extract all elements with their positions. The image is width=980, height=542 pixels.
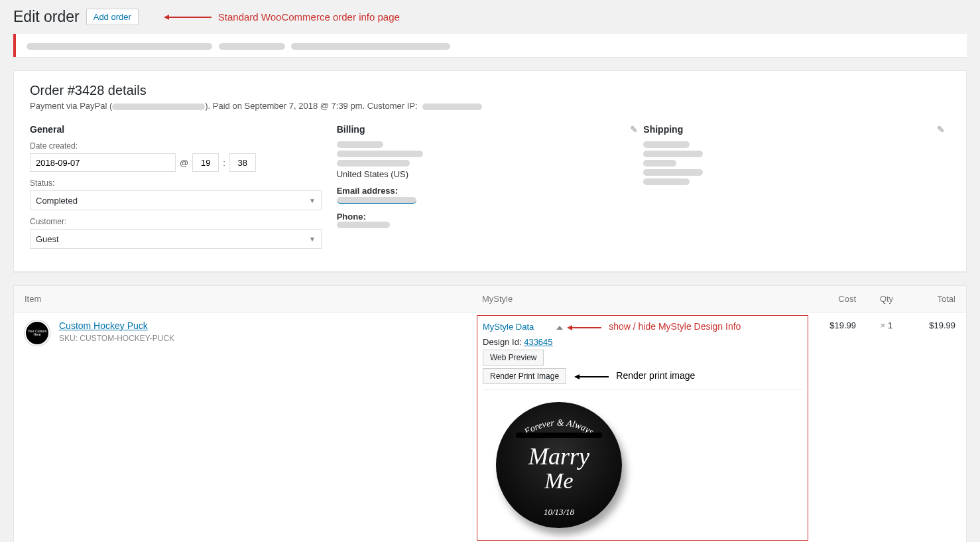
general-column: General Date created: @ : Status: Comple…	[30, 124, 337, 255]
minute-input[interactable]	[229, 153, 256, 172]
annotation-arrow-icon	[568, 327, 601, 328]
page-header: Edit order Add order Standard WooCommerc…	[13, 8, 967, 26]
mystyle-highlight-box: MyStyle Data show / hide MyStyle Design …	[477, 315, 808, 541]
redacted-address-line	[643, 178, 690, 185]
redacted-transaction-link[interactable]	[112, 103, 205, 110]
annotation-arrow-icon	[165, 17, 212, 18]
page-title: Edit order	[13, 8, 80, 26]
redacted-text	[291, 43, 450, 50]
billing-country: United States (US)	[337, 169, 631, 179]
status-value: Completed	[36, 196, 78, 206]
meta-prefix: Payment via PayPal (	[30, 101, 112, 111]
product-sku: SKU: CUSTOM-HOCKEY-PUCK	[59, 334, 174, 343]
pencil-icon[interactable]: ✎	[630, 124, 638, 135]
order-number-title: Order #3428 details	[30, 83, 950, 98]
redacted-address-line	[643, 160, 676, 167]
email-label: Email address:	[337, 186, 631, 196]
order-items-panel: Item MyStyle Cost Qty Total Your Custom …	[13, 285, 967, 542]
notice-banner	[13, 34, 967, 57]
general-heading: General	[30, 124, 324, 135]
redacted-address-line	[337, 141, 383, 148]
customer-label: Customer:	[30, 217, 324, 226]
hour-input[interactable]	[192, 153, 219, 172]
puck-main-text-2: Me	[544, 468, 573, 493]
design-id-row: Design Id: 433645	[483, 337, 802, 347]
thumb-text: Your Custom Here	[26, 330, 48, 336]
shipping-heading: Shipping	[643, 124, 937, 135]
qty-prefix: ×	[881, 320, 886, 330]
annotation-arrow-icon	[576, 376, 609, 377]
header-annotation-text: Standard WooCommerce order info page	[218, 11, 400, 23]
design-id-label: Design Id:	[483, 337, 522, 347]
billing-column: Billing ✎ United States (US) Email addre…	[337, 124, 644, 255]
redacted-text	[27, 43, 212, 50]
sku-label: SKU:	[59, 334, 78, 343]
status-label: Status:	[30, 178, 324, 188]
item-total: $19.99	[906, 312, 966, 338]
status-select[interactable]: Completed ▼	[30, 190, 322, 210]
order-payment-meta: Payment via PayPal (). Paid on September…	[30, 101, 950, 111]
date-created-label: Date created:	[30, 141, 324, 151]
redacted-phone	[337, 222, 390, 228]
mystyle-toggle-label: MyStyle Data	[483, 322, 534, 332]
customer-select[interactable]: Guest ▼	[30, 229, 322, 249]
item-qty: × 1	[867, 312, 906, 338]
design-id-link[interactable]: 433645	[524, 337, 552, 347]
order-details-panel: Order #3428 details Payment via PayPal (…	[13, 70, 967, 272]
phone-label: Phone:	[337, 212, 631, 222]
shipping-column: Shipping ✎	[643, 124, 950, 255]
items-table-header: Item MyStyle Cost Qty Total	[14, 286, 966, 312]
mystyle-data-toggle[interactable]: MyStyle Data	[483, 322, 534, 332]
redacted-text	[219, 43, 285, 50]
table-row: Your Custom Here Custom Hockey Puck SKU:…	[14, 312, 966, 542]
add-order-button[interactable]: Add order	[86, 9, 139, 25]
render-print-button[interactable]: Render Print Image	[483, 368, 566, 384]
col-header-total: Total	[906, 286, 966, 312]
redacted-bar	[516, 433, 602, 438]
time-colon: :	[223, 158, 225, 168]
redacted-address-line	[643, 169, 703, 176]
pencil-icon[interactable]: ✎	[937, 124, 945, 135]
redacted-address-line	[337, 160, 410, 167]
col-header-item: Item	[14, 286, 471, 312]
design-preview-image: Forever & Always Marry Me 10/13/18	[496, 402, 629, 535]
redacted-email-link[interactable]	[337, 197, 416, 204]
mystyle-annotation: show / hide MyStyle Design Info	[609, 321, 741, 332]
at-symbol: @	[180, 158, 188, 168]
chevron-down-icon: ▼	[309, 197, 316, 204]
web-preview-button[interactable]: Web Preview	[483, 350, 544, 366]
item-cost: $19.99	[814, 312, 867, 338]
puck-date-text: 10/13/18	[544, 507, 574, 517]
redacted-address-line	[337, 151, 423, 157]
col-header-cost: Cost	[814, 286, 867, 312]
col-header-mystyle: MyStyle	[471, 286, 814, 312]
render-print-annotation: Render print image	[616, 370, 695, 381]
customer-value: Guest	[36, 234, 59, 244]
redacted-address-line	[643, 141, 690, 148]
date-input[interactable]	[30, 153, 176, 172]
redacted-ip	[422, 103, 482, 110]
chevron-down-icon: ▼	[309, 236, 316, 243]
product-link[interactable]: Custom Hockey Puck	[59, 320, 148, 331]
billing-heading: Billing	[337, 124, 631, 135]
sku-value: CUSTOM-HOCKEY-PUCK	[80, 334, 174, 343]
product-thumbnail[interactable]: Your Custom Here	[25, 320, 50, 346]
qty-value: 1	[888, 320, 892, 330]
triangle-up-icon	[556, 326, 563, 330]
redacted-address-line	[643, 151, 703, 157]
meta-suffix: ). Paid on September 7, 2018 @ 7:39 pm. …	[205, 101, 417, 111]
col-header-qty: Qty	[867, 286, 906, 312]
